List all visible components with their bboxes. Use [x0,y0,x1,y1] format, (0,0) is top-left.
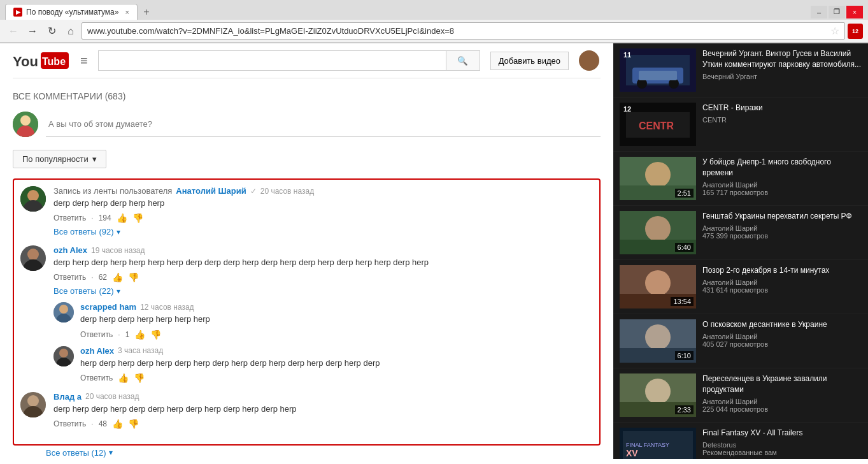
sidebar-info-dnepro: У бойцов Днепр-1 много свободного времен… [702,157,862,200]
like-button-2[interactable]: 👍 [112,272,123,282]
tab-close-button[interactable]: × [125,8,129,16]
dislike-button-scrapped[interactable]: 👎 [150,330,161,340]
page: You Tube ≡ 🔍 Добавить видео ВСЕ КОММЕНТА… [0,43,868,459]
bookmark-star-icon[interactable]: ☆ [830,25,839,37]
minimize-button[interactable]: – [811,6,827,18]
author-ozh[interactable]: ozh Alex [53,245,87,255]
sidebar-duration-pereselencev: 2:33 [675,405,694,414]
like-button-1[interactable]: 👍 [117,213,127,223]
sidebar-item-dnepro[interactable]: 2:51 У бойцов Днепр-1 много свободного в… [613,152,868,206]
sidebar-thumb-dnepro: 2:51 [620,157,696,200]
close-button[interactable]: × [846,6,863,18]
reply-button-scrapped[interactable]: Ответить [80,330,113,339]
sidebar-item-ff[interactable]: FINAL FANTASY XV 26:50 Final Fantasy XV … [613,423,868,459]
reply-body-scrapped: scrapped ham 12 часов назад derp herp de… [80,302,593,339]
comment-body-3: Влад а 20 часов назад derp herp derp her… [53,392,593,429]
chevron-down-icon-1: ▾ [117,228,120,236]
dislike-button-ozh-reply[interactable]: 👎 [134,373,145,383]
svg-text:Tube: Tube [42,56,66,67]
hamburger-menu-button[interactable]: ≡ [80,54,88,68]
sidebar-item-pereselencev[interactable]: 2:33 Переселенцев в Украине завалили про… [613,368,868,423]
dislike-button-2[interactable]: 👎 [128,272,139,282]
author-vlad[interactable]: Влад а [53,392,82,402]
sort-dropdown[interactable]: По популярности ▾ [13,150,106,168]
reply-likes-scrapped: 1 [125,330,130,339]
avatar-vlad [20,392,46,417]
svg-text:You: You [13,54,38,69]
reply-button-2[interactable]: Ответить [53,273,86,282]
svg-point-4 [20,115,31,126]
all-replies-1[interactable]: Все ответы (92) ▾ [53,227,593,236]
reply-time-scrapped: 12 часов назад [140,303,194,312]
highlighted-comment-box: Запись из ленты пользователя Анатолий Ша… [13,178,601,446]
search-wrap: 🔍 [98,50,480,71]
sidebar-item-12[interactable]: 12 CENTR CENTR - Виражи CENTR [613,98,868,152]
like-count-3: 48 [99,419,107,428]
new-tab-button[interactable]: + [140,6,153,18]
comment-text-input[interactable] [46,112,601,137]
svg-point-7 [27,190,39,201]
sidebar-item-genshtab[interactable]: 6:40 Генштаб Украины перехватил секреты … [613,206,868,260]
sidebar-item-11[interactable]: 11 Вечерний Ургант. Виктор Гусев и Васил… [613,43,868,98]
all-replies-2[interactable]: Все ответы (22) ▾ [53,286,593,296]
back-button[interactable]: ← [5,23,22,40]
search-button[interactable]: 🔍 [446,50,480,71]
svg-point-38 [645,270,671,296]
reply-text-ozh: herp derp herp derp herp derp herp derp … [80,358,593,369]
svg-point-13 [59,305,68,314]
sidebar-title-11: Вечерний Ургант. Виктор Гусев и Василий … [702,48,862,70]
sidebar-channel-ff: Detestorus [702,441,862,449]
reply-time-ozh: 3 часа назад [118,346,163,355]
avatar-scrapped-ham [53,302,74,323]
comment-main-3: Влад а 20 часов назад derp herp derp her… [20,392,593,429]
sort-label: По популярности [22,154,89,164]
maximize-button[interactable]: ❐ [829,6,845,18]
like-button-scrapped[interactable]: 👍 [134,330,145,340]
browser-tab[interactable]: ▶ По поводу «ультиматума» × [5,4,138,20]
reply-button-1[interactable]: Ответить [53,214,86,222]
svg-point-44 [645,379,671,404]
search-input[interactable] [98,50,446,71]
like-button-3[interactable]: 👍 [112,419,123,429]
svg-text:CENTR: CENTR [639,120,674,131]
url-input[interactable] [87,26,830,36]
author-scrapped-ham[interactable]: scrapped ham [80,302,136,312]
dislike-button-1[interactable]: 👎 [132,213,143,223]
home-button[interactable]: ⌂ [62,23,79,40]
forward-button[interactable]: → [24,23,41,40]
reply-button-3[interactable]: Ответить [53,419,86,428]
extension-icon[interactable]: 12 [848,24,863,39]
all-replies-label-2: Все ответы (22) [53,286,114,296]
comment-text-2: derp herp derp herp herp herp herp derp … [53,257,593,268]
sidebar-channel-genshtab: Анатолий Шарий [702,224,862,232]
author-anatoliy[interactable]: Анатолий Шарий [176,186,246,196]
reply-button-ozh-reply[interactable]: Ответить [80,373,113,382]
all-replies-3[interactable]: Все ответы (12) ▾ [46,448,601,458]
comment-body-1: Запись из ленты пользователя Анатолий Ша… [53,186,593,223]
avatar-ozh [20,245,46,271]
sidebar-title-12: CENTR - Виражи [702,103,862,113]
svg-point-10 [27,249,39,260]
user-avatar [579,50,599,71]
author-ozh-reply[interactable]: ozh Alex [80,346,114,356]
sidebar-info-pozor: Позор 2-го декабря в 14-ти минутах Анато… [702,265,862,308]
sidebar-channel-dnepro: Анатолий Шарий [702,181,862,189]
sidebar-title-dnepro: У бойцов Днепр-1 много свободного времен… [702,157,862,178]
sidebar-title-pereselencev: Переселенцев в Украине завалили продукта… [702,373,862,395]
title-bar: ▶ По поводу «ультиматума» × + – ❐ × [0,0,868,20]
sidebar-views-pozor: 431 614 просмотров [702,286,862,294]
sidebar-item-pozor[interactable]: 13:54 Позор 2-го декабря в 14-ти минутах… [613,260,868,314]
browser-chrome: ▶ По поводу «ультиматума» × + – ❐ × ← → … [0,0,868,43]
refresh-button[interactable]: ↻ [43,23,60,40]
comment-text-1: derp derp herp derp herp herp [53,198,593,209]
dislike-button-3[interactable]: 👎 [128,419,139,429]
comment-prefix: Запись из ленты пользователя [53,186,172,196]
add-video-button[interactable]: Добавить видео [490,52,569,70]
sidebar-info-pereselencev: Переселенцев в Украине завалили продукта… [702,373,862,417]
sidebar-duration-pskov: 6:10 [675,351,694,360]
reply-text-scrapped: derp herp derp herp herp herp herp [80,314,593,325]
like-button-ozh-reply[interactable]: 👍 [118,373,129,383]
yt-header: You Tube ≡ 🔍 Добавить видео [13,43,601,78]
sidebar-item-pskov[interactable]: 6:10 О псковском десантнике в Украине Ан… [613,314,868,368]
comment-actions-1: Ответить · 194 👍 👎 [53,213,593,223]
